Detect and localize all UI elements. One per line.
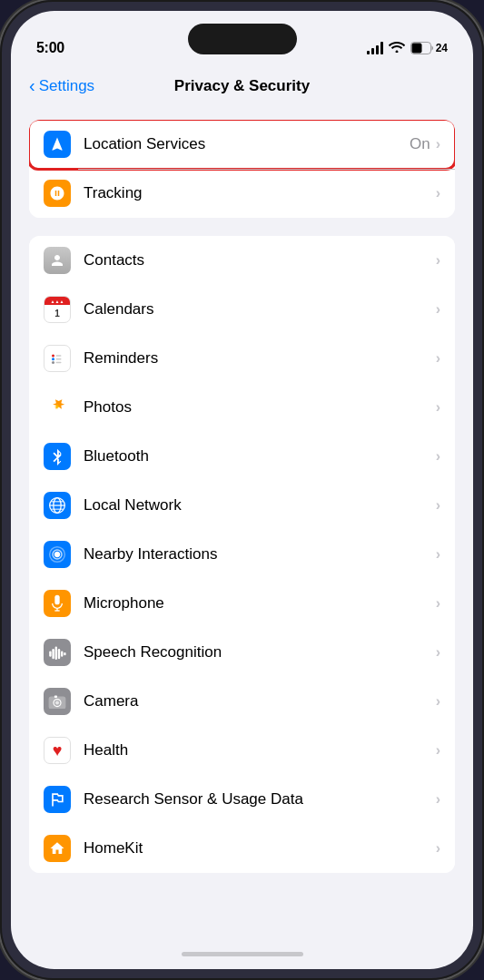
homekit-chevron-icon: › — [436, 840, 440, 857]
location-services-label: Location Services — [84, 135, 410, 153]
battery-percent: 24 — [436, 42, 448, 54]
svg-point-2 — [52, 355, 54, 358]
tracking-label: Tracking — [84, 184, 436, 202]
research-sensor-label: Research Sensor & Usage Data — [84, 790, 436, 808]
photos-chevron-icon: › — [436, 399, 440, 416]
svg-rect-7 — [56, 362, 62, 364]
svg-rect-6 — [56, 358, 62, 360]
local-network-label: Local Network — [84, 496, 436, 514]
health-chevron-icon: › — [436, 742, 440, 759]
reminders-row[interactable]: Reminders › — [29, 334, 455, 383]
calendars-row[interactable]: ▲▲▲ 1 Calendars › — [29, 285, 455, 334]
reminders-icon — [44, 345, 71, 372]
wifi-icon — [389, 40, 405, 56]
nearby-interactions-label: Nearby Interactions — [84, 545, 436, 564]
tracking-icon — [44, 180, 71, 207]
microphone-icon — [44, 590, 71, 617]
research-sensor-row[interactable]: Research Sensor & Usage Data › — [29, 775, 455, 824]
bluetooth-icon — [44, 443, 71, 470]
nav-bar: ‹ Settings Privacy & Security — [11, 64, 473, 109]
status-icons: 24 — [367, 40, 448, 56]
battery-icon: 24 — [410, 42, 448, 54]
bluetooth-label: Bluetooth — [84, 447, 436, 466]
photos-label: Photos — [84, 398, 436, 416]
microphone-label: Microphone — [84, 594, 436, 612]
svg-point-3 — [52, 358, 54, 360]
svg-rect-24 — [64, 652, 65, 655]
calendars-icon: ▲▲▲ 1 — [44, 296, 71, 323]
calendars-label: Calendars — [84, 300, 436, 318]
contacts-chevron-icon: › — [436, 252, 440, 269]
svg-rect-5 — [56, 355, 62, 357]
svg-rect-21 — [55, 647, 57, 660]
speech-recognition-label: Speech Recognition — [84, 643, 436, 662]
section-apps: Contacts › ▲▲▲ 1 Calenda — [29, 236, 455, 873]
svg-point-13 — [55, 553, 60, 557]
camera-chevron-icon: › — [436, 693, 440, 710]
homekit-label: HomeKit — [84, 839, 436, 858]
nearby-interactions-icon — [44, 541, 71, 568]
health-icon: ♥ — [44, 737, 71, 764]
health-row[interactable]: ♥ Health › — [29, 726, 455, 775]
microphone-row[interactable]: Microphone › — [29, 579, 455, 628]
phone-screen: 5:00 — [11, 11, 473, 969]
tracking-row[interactable]: Tracking › — [29, 169, 455, 218]
speech-recognition-chevron-icon: › — [436, 644, 440, 661]
tracking-chevron-icon: › — [436, 185, 440, 201]
research-sensor-chevron-icon: › — [436, 791, 440, 808]
svg-rect-28 — [54, 696, 57, 698]
microphone-chevron-icon: › — [436, 595, 440, 612]
calendars-chevron-icon: › — [436, 301, 440, 318]
speech-recognition-row[interactable]: Speech Recognition › — [29, 628, 455, 677]
photos-icon — [44, 394, 71, 421]
back-button-label: Settings — [39, 77, 94, 95]
contacts-icon — [44, 247, 71, 274]
section-top: Location Services On › Tracking — [29, 120, 455, 218]
bluetooth-row[interactable]: Bluetooth › — [29, 432, 455, 481]
bluetooth-chevron-icon: › — [436, 448, 440, 465]
speech-recognition-icon — [44, 639, 71, 666]
home-indicator — [11, 938, 473, 969]
back-chevron-icon: ‹ — [29, 75, 35, 96]
settings-group-apps: Contacts › ▲▲▲ 1 Calenda — [29, 236, 455, 873]
svg-rect-1 — [411, 44, 421, 54]
contacts-row[interactable]: Contacts › — [29, 236, 455, 285]
homekit-row[interactable]: HomeKit › — [29, 824, 455, 873]
nearby-interactions-chevron-icon: › — [436, 546, 440, 563]
dynamic-island — [188, 24, 297, 54]
svg-rect-19 — [49, 651, 51, 656]
contacts-label: Contacts — [84, 251, 436, 270]
local-network-icon — [44, 492, 71, 519]
svg-rect-23 — [61, 651, 63, 656]
svg-point-4 — [52, 361, 54, 364]
camera-icon — [44, 688, 71, 715]
svg-rect-20 — [52, 649, 54, 659]
reminders-label: Reminders — [84, 349, 436, 368]
location-services-row[interactable]: Location Services On › — [29, 120, 455, 169]
svg-point-27 — [55, 701, 59, 705]
health-label: Health — [84, 741, 436, 760]
reminders-chevron-icon: › — [436, 350, 440, 367]
content-area: Location Services On › Tracking — [11, 109, 473, 938]
phone-frame: 5:00 — [0, 0, 484, 980]
back-button[interactable]: ‹ Settings — [29, 76, 94, 96]
nav-title: Privacy & Security — [174, 77, 310, 95]
location-services-value: On — [410, 135, 430, 153]
location-services-chevron-icon: › — [436, 136, 440, 152]
camera-label: Camera — [84, 692, 436, 710]
status-time: 5:00 — [36, 40, 64, 56]
nearby-interactions-row[interactable]: Nearby Interactions › — [29, 530, 455, 579]
svg-rect-16 — [54, 595, 59, 605]
local-network-chevron-icon: › — [436, 497, 440, 514]
photos-row[interactable]: Photos › — [29, 383, 455, 432]
svg-rect-22 — [58, 649, 60, 659]
signal-icon — [367, 42, 383, 54]
camera-row[interactable]: Camera › — [29, 677, 455, 726]
homekit-icon — [44, 835, 71, 862]
location-services-icon — [44, 131, 71, 158]
home-bar — [182, 952, 303, 956]
local-network-row[interactable]: Local Network › — [29, 481, 455, 530]
research-sensor-icon — [44, 786, 71, 813]
settings-group-top: Location Services On › Tracking — [29, 120, 455, 218]
